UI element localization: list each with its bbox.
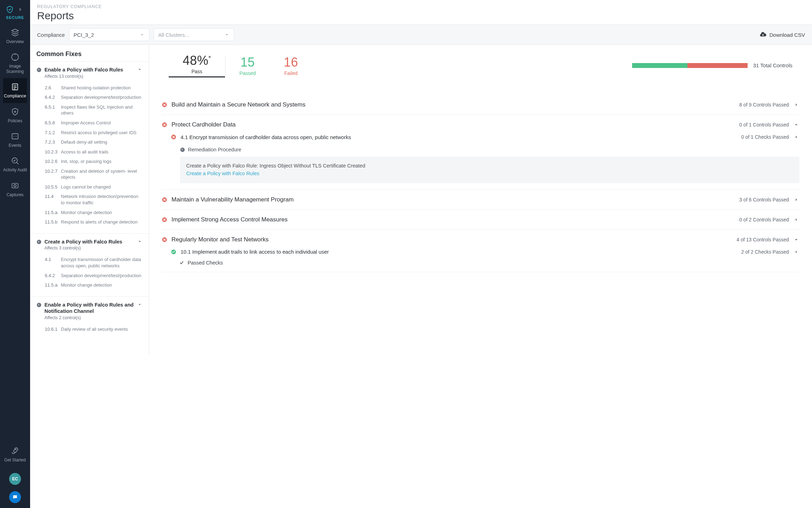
- remediation-link[interactable]: Create a Policy with Falco Rules: [186, 171, 259, 176]
- chevron-down-icon: [137, 239, 142, 244]
- clusters-dropdown-placeholder: All Clusters...: [158, 32, 189, 38]
- fix-group-header[interactable]: Enable a Policy with Falco Rules and Not…: [36, 302, 142, 321]
- sidebar-item-image-scanning[interactable]: ImageScanning: [3, 48, 27, 78]
- fix-row[interactable]: 11.5.aMonitor change detection: [36, 280, 142, 290]
- main: REGULATORY COMPLIANCE Reports Compliance…: [30, 0, 812, 508]
- section-title: Implement Strong Access Control Measures: [172, 216, 735, 223]
- fix-row[interactable]: 2.6Shared hosting isolation protection: [36, 83, 142, 93]
- page-title: Reports: [37, 10, 805, 22]
- stat-passed[interactable]: 15 Passed: [225, 55, 270, 76]
- sidebar: SECURE OverviewImageScanningCompliancePo…: [0, 0, 30, 508]
- sidebar-item-captures[interactable]: Captures: [3, 177, 27, 201]
- fix-row[interactable]: 10.2.6Init, stop, or pausing logs: [36, 157, 142, 166]
- fix-row[interactable]: 6.5.8Improper Access Control: [36, 118, 142, 128]
- fix-row-num: 6.4.2: [45, 273, 58, 279]
- fix-row-num: 10.2.3: [45, 149, 58, 155]
- stat-failed[interactable]: 16 Failed: [270, 55, 312, 76]
- section-header[interactable]: Regularly Monitor and Test Networks4 of …: [162, 236, 799, 243]
- fix-group: Enable a Policy with Falco RulesAffects …: [30, 61, 149, 233]
- common-fixes-panel: Common Fixes Enable a Policy with Falco …: [30, 45, 149, 355]
- sidebar-item-activity-audit[interactable]: Activity Audit: [3, 152, 27, 177]
- subsection-title: 10.1 Implement audit trails to link acce…: [181, 249, 737, 255]
- fix-row[interactable]: 4.1Encrypt transmission of cardholder da…: [36, 255, 142, 270]
- fix-group-header[interactable]: Enable a Policy with Falco RulesAffects …: [36, 67, 142, 79]
- fix-row-num: 2.6: [45, 85, 58, 91]
- brand-icon: [5, 5, 14, 14]
- compliance-dropdown[interactable]: PCI_3_2: [69, 28, 149, 41]
- common-fixes-title: Common Fixes: [30, 50, 149, 61]
- report-section: Protect Cardholder Data0 of 1 Controls P…: [162, 115, 799, 190]
- fix-row[interactable]: 11.5.bRespond to alerts of change detect…: [36, 217, 142, 227]
- fix-group-header[interactable]: Create a Policy with Falco RulesAffects …: [36, 239, 142, 251]
- fix-row[interactable]: 6.4.2Separation development/test/product…: [36, 92, 142, 102]
- fix-row[interactable]: 11.5.aMonitor change detection: [36, 208, 142, 218]
- remediation-box: Create a Policy with Falco Rule: Ingress…: [180, 157, 799, 183]
- sidebar-item-label: Policies: [8, 118, 22, 123]
- fix-row[interactable]: 7.2.3Default deny-all setting: [36, 137, 142, 147]
- clusters-dropdown[interactable]: All Clusters...: [154, 28, 234, 41]
- fix-group-affects: Affects 13 control(s): [44, 74, 134, 79]
- chat-button[interactable]: [9, 491, 21, 503]
- passed-checks[interactable]: Passed Checks: [171, 255, 799, 266]
- svg-point-5: [14, 136, 14, 137]
- sidebar-item-label: Get Started: [4, 458, 26, 462]
- chevron-right-icon: [793, 102, 799, 108]
- section-title: Protect Cardholder Data: [172, 121, 735, 128]
- subsection-header[interactable]: 4.1 Encrypt transmission of cardholder d…: [171, 134, 799, 140]
- fix-row[interactable]: 10.5.5Logs cannot be changed: [36, 182, 142, 192]
- fix-row[interactable]: 10.2.3Access to all audit trails: [36, 147, 142, 157]
- fix-row-num: 10.6.1: [45, 326, 58, 332]
- chevron-down-icon: [137, 67, 142, 72]
- section-header[interactable]: Implement Strong Access Control Measures…: [162, 216, 799, 223]
- svg-rect-8: [12, 183, 18, 188]
- clock-icon: [180, 147, 185, 152]
- filter-label: Compliance: [37, 32, 65, 38]
- sidebar-item-overview[interactable]: Overview: [3, 24, 27, 48]
- fix-row-text: Init, stop, or pausing logs: [61, 158, 112, 165]
- sidebar-item-label: Captures: [7, 192, 24, 197]
- chevron-right-icon: [16, 5, 25, 14]
- clock-icon: [36, 239, 42, 245]
- fix-row-text: Daily review of all security events: [61, 326, 128, 332]
- download-csv-button[interactable]: Download CSV: [760, 31, 805, 38]
- stat-failed-value: 16: [284, 55, 298, 70]
- fix-group-title: Enable a Policy with Falco Rules: [44, 67, 134, 73]
- section-count: 4 of 13 Controls Passed: [737, 237, 789, 242]
- fix-row-num: 6.4.2: [45, 94, 58, 101]
- sidebar-item-policies[interactable]: Policies: [3, 103, 27, 128]
- section-header[interactable]: Protect Cardholder Data0 of 1 Controls P…: [162, 121, 799, 128]
- fix-row-num: 11.5.b: [45, 219, 58, 225]
- section-title: Build and Maintain a Secure Network and …: [172, 101, 735, 108]
- fix-row-num: 10.5.5: [45, 184, 58, 190]
- fix-row-text: Logs cannot be changed: [61, 184, 111, 190]
- fix-row-text: Default deny-all setting: [61, 139, 107, 145]
- sidebar-item-compliance[interactable]: Compliance: [3, 78, 27, 103]
- fix-row[interactable]: 10.2.7Creation and deletion of system- l…: [36, 166, 142, 182]
- overview-icon: [10, 28, 20, 37]
- section-title: Maintain a Vulnerability Management Prog…: [172, 196, 735, 203]
- sidebar-item-get-started[interactable]: Get Started: [0, 442, 30, 467]
- sidebar-item-events[interactable]: Events: [3, 128, 27, 152]
- fix-row[interactable]: 11.4Network intrusion detection/preventi…: [36, 192, 142, 207]
- fix-row[interactable]: 6.5.1Inspect flaws like SQL Injection an…: [36, 102, 142, 118]
- filter-bar: Compliance PCI_3_2 All Clusters... Downl…: [30, 25, 812, 45]
- asterisk: *: [209, 55, 211, 62]
- fix-row-text: Encrypt transmission of cardholder data …: [61, 256, 142, 269]
- stat-pass-pct[interactable]: 48%* Pass: [169, 53, 225, 77]
- captures-icon: [10, 181, 20, 190]
- avatar[interactable]: EC: [9, 473, 21, 485]
- fix-row[interactable]: 10.6.1Daily review of all security event…: [36, 324, 142, 334]
- policies-icon: [10, 107, 20, 116]
- section-header[interactable]: Build and Maintain a Secure Network and …: [162, 101, 799, 108]
- chevron-down-icon: [793, 122, 799, 128]
- subsection-header[interactable]: 10.1 Implement audit trails to link acce…: [171, 249, 799, 255]
- chevron-right-icon: [793, 249, 799, 255]
- section-count: 0 of 2 Controls Passed: [739, 217, 789, 222]
- fix-row[interactable]: 6.4.2Separation development/test/product…: [36, 271, 142, 281]
- fix-row[interactable]: 7.1.2Restrict access to privileged user …: [36, 128, 142, 138]
- brand[interactable]: SECURE: [0, 3, 30, 24]
- compliance-dropdown-value: PCI_3_2: [74, 32, 94, 38]
- fix-group-title: Create a Policy with Falco Rules: [44, 239, 134, 245]
- section-header[interactable]: Maintain a Vulnerability Management Prog…: [162, 196, 799, 203]
- sidebar-item-label: Events: [9, 143, 22, 148]
